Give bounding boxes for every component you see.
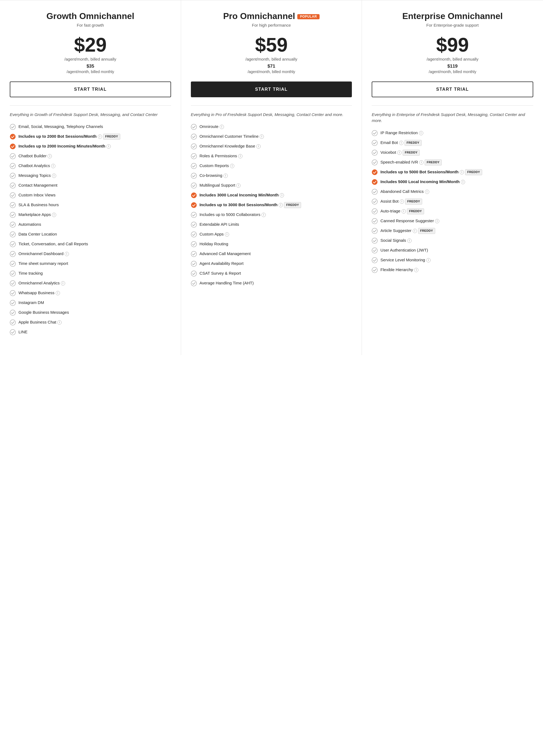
list-item: Includes up to 2000 Incoming Minutes/Mon… [10, 143, 171, 149]
list-item: Omnichannel Knowledge Basei [191, 143, 352, 149]
info-icon[interactable]: i [98, 134, 102, 139]
info-icon[interactable]: i [425, 190, 429, 194]
check-icon [191, 202, 197, 208]
info-icon[interactable]: i [426, 258, 431, 262]
info-icon[interactable]: i [256, 144, 261, 149]
svg-point-27 [191, 173, 197, 178]
feature-text: Co-browsingi [200, 172, 352, 178]
check-icon [372, 267, 378, 273]
svg-point-37 [191, 271, 197, 276]
info-icon[interactable]: i [399, 141, 403, 145]
info-icon[interactable]: i [236, 183, 241, 188]
price-monthly-label-pro: /agent/month, billed monthly [191, 70, 352, 74]
check-icon [191, 280, 197, 286]
info-icon[interactable]: i [238, 154, 243, 158]
list-item: Holiday Routing [191, 241, 352, 247]
feature-bold-text: Includes up to 2000 Incoming Minutes/Mon… [18, 144, 105, 148]
list-item: Advanced Call Management [191, 251, 352, 257]
feature-text: User Authentication (JWT) [380, 247, 533, 253]
list-item: Google Business Messages [10, 309, 171, 316]
list-item: Service Level Monitoringi [372, 257, 533, 263]
info-icon[interactable]: i [419, 131, 423, 135]
feature-bold-text: Includes up to 3000 Bot Sessions/Month [200, 202, 278, 207]
trial-button-enterprise[interactable]: START TRIAL [372, 81, 533, 97]
info-icon[interactable]: i [52, 213, 56, 217]
info-icon[interactable]: i [61, 281, 65, 286]
info-icon[interactable]: i [48, 154, 52, 158]
check-icon [372, 159, 378, 165]
feature-bold-text: Includes up to 5000 Bot Sessions/Month [380, 170, 459, 174]
list-item: Social Signalsi [372, 237, 533, 244]
trial-button-pro[interactable]: START TRIAL [191, 81, 352, 97]
divider-growth [10, 105, 171, 106]
info-icon[interactable]: i [279, 193, 284, 197]
trial-button-growth[interactable]: START TRIAL [10, 81, 171, 97]
feature-text: Agent Availability Report [200, 261, 352, 266]
info-icon[interactable]: i [413, 229, 417, 233]
svg-point-36 [191, 261, 197, 266]
svg-point-22 [191, 124, 197, 130]
feature-list-growth: Email, Social, Messaging, Telephony Chan… [10, 124, 171, 335]
feature-text: Omnichannel Dashboardi [18, 251, 171, 257]
svg-point-45 [372, 189, 377, 195]
info-icon[interactable]: i [230, 164, 234, 168]
feature-text: Includes up to 3000 Bot Sessions/MonthiF… [200, 202, 352, 208]
feature-text: Instagram DM [18, 300, 171, 306]
svg-point-41 [372, 150, 377, 155]
svg-point-24 [191, 144, 197, 149]
info-icon[interactable]: i [106, 144, 111, 149]
plan-name-enterprise: Enterprise Omnichannel [372, 11, 533, 21]
info-icon[interactable]: i [461, 180, 465, 184]
info-icon[interactable]: i [220, 125, 224, 129]
info-icon[interactable]: i [397, 150, 401, 155]
info-icon[interactable]: i [407, 239, 412, 243]
info-icon[interactable]: i [262, 213, 266, 217]
list-item: Email BotiFREDDY [372, 140, 533, 146]
info-icon[interactable]: i [278, 203, 283, 207]
price-annual-growth: /agent/month, billed annually [10, 57, 171, 61]
plan-tagline-growth: For fast growth [10, 23, 171, 27]
feature-text: Whatsapp Businessi [18, 290, 171, 296]
svg-point-53 [372, 267, 377, 273]
svg-point-7 [10, 193, 15, 198]
check-icon [10, 290, 16, 296]
svg-point-35 [191, 251, 197, 257]
check-icon [372, 218, 378, 224]
list-item: Agent Availability Report [191, 261, 352, 267]
info-icon[interactable]: i [57, 320, 62, 325]
feature-text: Omniroutei [200, 124, 352, 130]
list-item: IP Range Restrictioni [372, 130, 533, 136]
svg-point-38 [191, 281, 197, 286]
list-item: Includes up to 5000 Bot Sessions/MonthiF… [372, 169, 533, 175]
feature-text: Google Business Messages [18, 309, 171, 315]
list-item: Omniroutei [191, 124, 352, 130]
svg-point-13 [10, 251, 15, 257]
info-icon[interactable]: i [419, 160, 423, 165]
info-icon[interactable]: i [414, 268, 418, 272]
info-icon[interactable]: i [224, 174, 228, 178]
price-big-growth: $29 [10, 35, 171, 55]
svg-point-0 [10, 124, 15, 130]
svg-point-39 [372, 130, 377, 136]
info-icon[interactable]: i [260, 134, 264, 139]
price-big-enterprise: $99 [372, 35, 533, 55]
info-icon[interactable]: i [52, 174, 56, 178]
feature-text: VoicebotiFREDDY [380, 149, 533, 156]
info-icon[interactable]: i [51, 164, 55, 168]
check-icon [191, 261, 197, 267]
info-icon[interactable]: i [435, 219, 439, 223]
feature-text: Includes up to 2000 Incoming Minutes/Mon… [18, 143, 171, 149]
svg-point-49 [372, 228, 377, 234]
info-icon[interactable]: i [460, 170, 464, 174]
info-icon[interactable]: i [400, 199, 404, 204]
info-icon[interactable]: i [56, 291, 60, 295]
info-icon[interactable]: i [225, 232, 229, 237]
list-item: Custom Appsi [191, 231, 352, 237]
check-icon [191, 183, 197, 189]
info-icon[interactable]: i [65, 252, 69, 256]
list-item: User Authentication (JWT) [372, 247, 533, 253]
svg-point-23 [191, 134, 197, 139]
feature-list-pro: OmnirouteiOmnichannel Customer Timelinei… [191, 124, 352, 286]
check-icon [372, 169, 378, 175]
info-icon[interactable]: i [401, 209, 406, 214]
